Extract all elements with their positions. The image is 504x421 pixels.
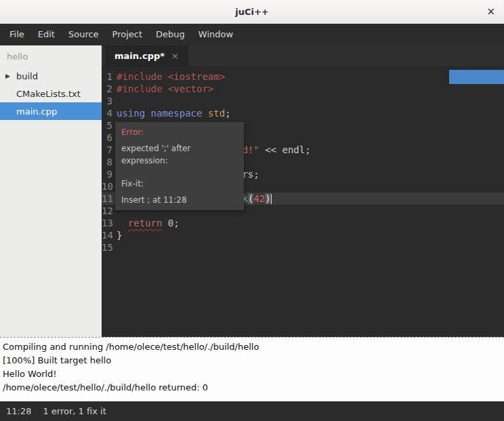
code-line-15: 15	[102, 241, 504, 254]
close-icon[interactable]: ×	[486, 6, 495, 17]
tree-item-cmakelists-txt[interactable]: CMakeLists.txt	[0, 85, 102, 102]
line-content: #include <vector>	[112, 83, 213, 95]
line-number: 3	[102, 95, 112, 107]
line-number: 15	[102, 241, 112, 254]
line-number: 2	[102, 83, 112, 95]
juci-window: juCi++ × FileEditSourceProjectDebugWindo…	[0, 0, 504, 421]
window-title: juCi++	[235, 7, 269, 17]
menu-item-source[interactable]: Source	[62, 24, 106, 45]
menu-item-edit[interactable]: Edit	[31, 24, 62, 45]
menu-item-debug[interactable]: Debug	[149, 24, 192, 45]
diagnostic-summary: 1 error, 1 fix it	[43, 406, 106, 416]
tooltip-error-message: expected ';' after expression:	[121, 142, 238, 167]
line-number: 13	[102, 217, 112, 229]
code-line-1: 1#include <iostream>	[102, 71, 504, 83]
expander-icon[interactable]: ▶	[5, 73, 16, 79]
tree-item-main-cpp[interactable]: main.cpp	[0, 102, 102, 120]
line-content	[112, 95, 117, 107]
line-content: }	[112, 229, 122, 241]
code-line-14: 14}	[102, 229, 504, 241]
tooltip-fixit-label: Fix-it:	[121, 178, 238, 190]
text-cursor	[271, 194, 272, 204]
code-line-2: 2#include <vector>	[102, 83, 504, 95]
code-line-3: 3	[102, 95, 504, 107]
menu-item-window[interactable]: Window	[192, 24, 240, 45]
scrollbar-thumb[interactable]	[449, 70, 504, 84]
line-number: 10	[102, 180, 112, 193]
line-content: return 0;	[112, 217, 180, 229]
line-number: 8	[102, 156, 112, 168]
code-editor[interactable]: 1#include <iostream>2#include <vector>34…	[102, 67, 504, 337]
tree-item-label: build	[16, 71, 38, 81]
line-content	[112, 241, 117, 254]
tab-main-cpp[interactable]: main.cpp* ×	[105, 45, 188, 66]
code-line-4: 4using namespace std;	[102, 107, 504, 119]
line-number: 1	[102, 71, 112, 83]
menu-item-file[interactable]: File	[3, 24, 31, 45]
tree-item-build[interactable]: ▶build	[0, 67, 102, 85]
console-output: Compiling and running /home/olece/test/h…	[0, 337, 504, 401]
line-number: 12	[102, 205, 112, 217]
file-tree: ▶buildCMakeLists.txtmain.cpp	[0, 67, 102, 120]
line-number: 7	[102, 144, 112, 156]
titlebar: juCi++ ×	[0, 0, 504, 24]
project-name: hello	[0, 45, 102, 67]
file-tree-panel: hello ▶buildCMakeLists.txtmain.cpp	[0, 45, 102, 337]
console-line: /home/olece/test/hello/./build/hello ret…	[3, 381, 501, 395]
editor-pane: main.cpp* × 1#include <iostream>2#includ…	[102, 45, 504, 337]
tabbar: main.cpp* ×	[102, 45, 504, 67]
statusbar: 11:28 1 error, 1 fix it	[0, 401, 504, 421]
tab-close-icon[interactable]: ×	[171, 51, 179, 61]
tooltip-error-label: Error:	[121, 126, 238, 138]
cursor-position: 11:28	[6, 406, 31, 416]
line-number: 11	[102, 193, 112, 205]
line-number: 9	[102, 168, 112, 180]
line-number: 14	[102, 229, 112, 241]
tree-item-label: CMakeLists.txt	[16, 89, 81, 99]
main-content: hello ▶buildCMakeLists.txtmain.cpp main.…	[0, 45, 504, 337]
line-content: using namespace std;	[112, 107, 231, 119]
line-number: 4	[102, 107, 112, 119]
tree-item-label: main.cpp	[16, 106, 57, 117]
tooltip-fixit-message: Insert ; at 11:28	[121, 194, 238, 206]
console-line: [100%] Built target hello	[3, 354, 501, 367]
menu-item-project[interactable]: Project	[106, 24, 149, 45]
code-line-13: 13 return 0;	[102, 217, 504, 229]
line-number: 6	[102, 132, 112, 144]
console-line: Hello World!	[3, 367, 501, 381]
diagnostic-tooltip: Error: expected ';' after expression: Fi…	[115, 122, 244, 210]
menubar: FileEditSourceProjectDebugWindow	[0, 24, 504, 45]
tab-label: main.cpp*	[114, 51, 165, 61]
line-number: 5	[102, 119, 112, 132]
line-content: #include <iostream>	[112, 71, 225, 83]
console-line: Compiling and running /home/olece/test/h…	[3, 340, 501, 354]
